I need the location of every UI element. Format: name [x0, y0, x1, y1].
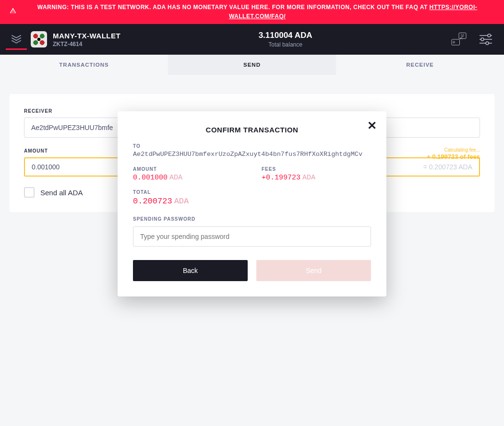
modal-fees-value: +0.199723ADA [262, 174, 371, 182]
to-address: Ae2tdPwUPEZ3HUU7bmfexrUzoZpAZxuyt4b4bn7f… [133, 151, 371, 158]
close-icon[interactable]: ✕ [367, 120, 377, 131]
send-button[interactable]: Send [256, 260, 371, 281]
spending-password-input[interactable] [133, 226, 371, 247]
modal-total-value: 0.200723ADA [133, 197, 371, 206]
modal-title: CONFIRM TRANSACTION [133, 126, 371, 134]
confirm-transaction-modal: CONFIRM TRANSACTION ✕ TO Ae2tdPwUPEZ3HUU… [118, 111, 386, 296]
modal-amount-label: AMOUNT [133, 166, 242, 172]
modal-backdrop: CONFIRM TRANSACTION ✕ TO Ae2tdPwUPEZ3HUU… [0, 0, 504, 426]
spending-password-label: SPENDING PASSWORD [133, 216, 371, 222]
modal-total-label: TOTAL [133, 189, 371, 195]
modal-amount-value: 0.001000ADA [133, 174, 242, 182]
back-button[interactable]: Back [133, 260, 248, 281]
modal-fees-label: FEES [262, 166, 371, 172]
to-label: TO [133, 143, 371, 149]
